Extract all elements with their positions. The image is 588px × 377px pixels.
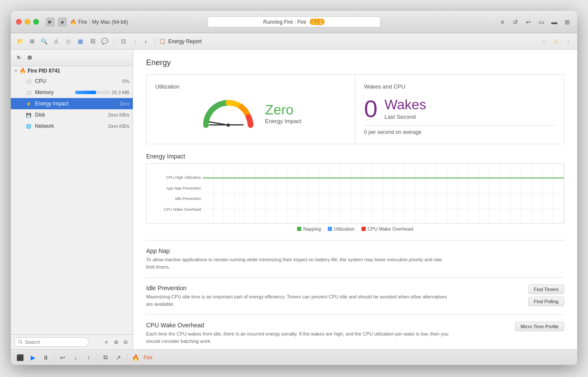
bookmark-icon[interactable]: ◇ [64, 37, 73, 46]
minimize-button[interactable] [25, 19, 30, 25]
chart-title: Energy Impact [146, 153, 564, 160]
sidebar-item-energy[interactable]: ⚡ Energy Impact Zero [11, 98, 133, 109]
back-icon[interactable]: ↩ [524, 17, 533, 27]
maximize-button[interactable] [33, 19, 39, 25]
traffic-lights [16, 19, 39, 25]
chart-labels: CPU High Utilization App Nap Prevention … [147, 164, 203, 223]
search-input[interactable] [14, 337, 89, 347]
chart-cpu-high-line [203, 177, 564, 178]
legend-dot-blue [328, 227, 332, 231]
nav-next-icon[interactable]: › [563, 37, 573, 46]
warning-badge: ⚠️ 1 [310, 19, 325, 25]
toolbar-sep-2 [155, 37, 155, 46]
warning-icon[interactable]: ⚠ [51, 37, 61, 46]
app-nap-text: App Nap To allow inactive applications t… [146, 247, 564, 270]
micro-time-profile-button[interactable]: Micro Time Profile [515, 322, 564, 331]
grid-icon[interactable]: ▦ [76, 37, 85, 46]
app-nap-title: App Nap [146, 247, 564, 254]
bt-screenshot-icon[interactable]: ⬛ [15, 353, 25, 362]
legend-utilization: Utilization [328, 226, 355, 231]
gauge-text: Zero Energy Impact [265, 102, 301, 124]
sidebar-bottom: ≡ ⊞ ⊟ [11, 334, 133, 349]
nav-forward-button[interactable]: › [141, 37, 150, 46]
split-left-icon[interactable]: ▭ [537, 17, 546, 27]
find-timers-button[interactable]: Find Timers [528, 285, 564, 294]
idle-prevention-desc: Maximizing CPU idle time is an important… [146, 293, 449, 307]
list-icon[interactable]: ≡ [102, 338, 110, 346]
breadcrumb: 📋 Energy Report [160, 38, 201, 44]
main-window: ▶ ■ 🔥 Fire | My Mac (64-bit) Running Fir… [11, 11, 577, 365]
bt-download-icon[interactable]: ↓ [71, 353, 80, 362]
grid-icon[interactable]: ⊞ [112, 338, 120, 346]
wakes-card: Wakes and CPU 0 Wakes Last Second 0 per … [355, 75, 564, 144]
app-nap-desc: To allow inactive applications to remain… [146, 256, 449, 270]
panel-icon[interactable]: ⊡ [118, 37, 128, 46]
cpu-wake-text: CPU Wake Overhead Each time the CPU wake… [146, 322, 508, 345]
titlebar-right: ≡ ↺ ↩ ▭ ▬ ⊞ [498, 17, 572, 27]
cpu-wake-buttons: Micro Time Profile [515, 322, 564, 331]
nav-prev-icon[interactable]: ‹ [539, 37, 549, 46]
memory-bar [75, 91, 110, 94]
bt-sep-3 [127, 353, 127, 362]
chart-container: CPU High Utilization App Nap Prevention … [146, 163, 564, 224]
list-view-icon[interactable]: ≡ [498, 17, 507, 27]
gauge-svg [200, 97, 256, 129]
toolbar-sep-1 [114, 37, 114, 46]
sidebar-item-memory[interactable]: ⬜ Memory 25.3 MB [11, 87, 133, 98]
refresh-icon[interactable]: ↺ [511, 17, 520, 27]
fire-icon: 🔥 [19, 68, 26, 74]
sidebar-header-icon: ↻ [14, 54, 23, 62]
search-icon[interactable]: 🔍 [39, 37, 49, 46]
sidebar-bottom-icons: ≡ ⊞ ⊟ [102, 338, 129, 346]
tiles-icon[interactable]: ⊟ [121, 338, 129, 346]
bt-cursor-icon[interactable]: ↗ [114, 353, 123, 362]
bt-pause-icon[interactable]: ⏸ [41, 353, 51, 362]
toolbar-nav: ‹ › [131, 37, 150, 46]
bt-layers-icon[interactable]: ⧉ [101, 353, 110, 362]
memory-bar-fill [75, 91, 96, 94]
bt-undo-icon[interactable]: ↩ [58, 353, 67, 362]
svg-line-1 [21, 343, 22, 344]
alert-icon[interactable]: ⚠ [551, 37, 561, 46]
fullscreen-icon[interactable]: ⊞ [562, 17, 572, 27]
bt-play-icon[interactable]: ▶ [28, 353, 38, 362]
bottom-toolbar: ⬛ ▶ ⏸ ↩ ↓ ↑ ⧉ ↗ 🔥 Fire [11, 349, 577, 365]
find-polling-button[interactable]: Find Polling [528, 297, 564, 306]
wakes-sublabel: Last Second [384, 114, 426, 120]
close-button[interactable] [16, 19, 22, 25]
legend-cpu-wake: CPU Wake Overhead [361, 226, 413, 231]
disk-icon: 💾 [25, 111, 32, 119]
titlebar-center: Running Fire : Fire ⚠️ 1 [208, 16, 380, 27]
nav-back-button[interactable]: ‹ [131, 37, 140, 46]
energy-icon: ⚡ [25, 100, 32, 108]
wakes-number: 0 [364, 97, 377, 121]
hierarchy-icon[interactable]: ⊞ [27, 37, 37, 46]
cpu-icon: ⬜ [25, 77, 32, 85]
triangle-icon: ▼ [14, 69, 18, 73]
wakes-content: 0 Wakes Last Second [364, 97, 555, 121]
idle-prevention-buttons: Find Timers Find Polling [528, 285, 564, 306]
sidebar-item-disk[interactable]: 💾 Disk Zero KB/s [11, 109, 133, 120]
bt-upload-icon[interactable]: ↑ [84, 353, 93, 362]
svg-rect-4 [209, 124, 244, 126]
titlebar-controls: ▶ ■ 🔥 Fire | My Mac (64-bit) [46, 18, 128, 26]
process-group-header[interactable]: ▼ 🔥 Fire PID 8741 [11, 66, 133, 76]
sidebar-item-network[interactable]: 🌐 Network Zero KB/s [11, 120, 133, 132]
utilization-card: Utilization [147, 75, 355, 144]
folder-icon[interactable]: 📁 [15, 37, 25, 46]
link-icon[interactable]: ⛓ [88, 37, 97, 46]
split-right-icon[interactable]: ▬ [550, 17, 559, 27]
stop-button[interactable]: ■ [58, 18, 67, 26]
chart-label-wake: CPU Wake Overhead [147, 207, 201, 212]
idle-prevention-section: Idle Prevention Maximizing CPU idle time… [146, 277, 564, 314]
main-content: ↻ ⚙ ▼ 🔥 Fire PID 8741 ⬜ CPU 0% ⬜ Memory [11, 50, 577, 349]
cpu-wake-title: CPU Wake Overhead [146, 322, 508, 329]
chat-icon[interactable]: 💬 [100, 37, 109, 46]
chart-label-idle: Idle Prevention [147, 196, 201, 201]
sidebar-item-cpu[interactable]: ⬜ CPU 0% [11, 76, 133, 87]
process-group: ▼ 🔥 Fire PID 8741 ⬜ CPU 0% ⬜ Memory 25.3… [11, 66, 133, 132]
energy-chart-section: Energy Impact CPU High Utilization App N… [146, 153, 564, 231]
gauge-value: Zero [265, 102, 294, 118]
bt-sep-1 [54, 353, 54, 362]
play-button[interactable]: ▶ [46, 18, 54, 26]
